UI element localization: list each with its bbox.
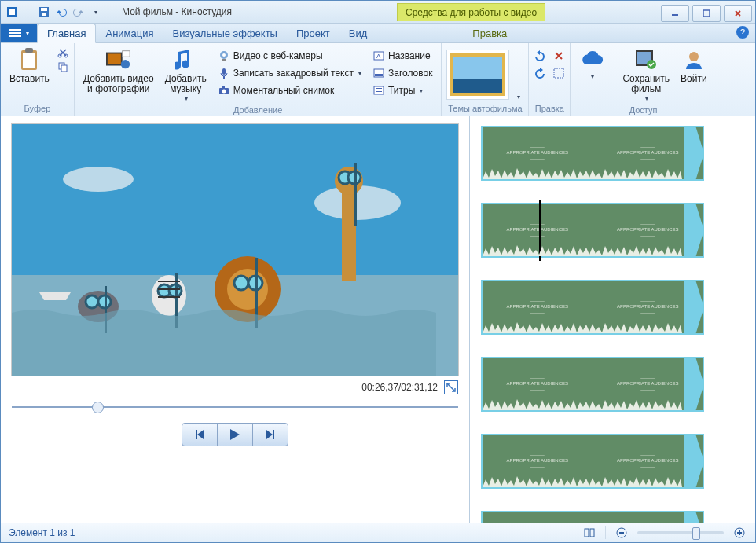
tab-view[interactable]: Вид <box>339 24 377 42</box>
play-button[interactable] <box>217 423 253 446</box>
svg-rect-3 <box>41 8 47 11</box>
clip-thumbnail[interactable]: ———APPROPRIATE AUDIENCES——— ———APPROPRIA… <box>481 280 704 335</box>
close-button[interactable] <box>724 5 752 22</box>
onedrive-button[interactable]: ▾ <box>575 45 608 83</box>
clip-overlay-text: ———APPROPRIATE AUDIENCES——— <box>506 222 568 239</box>
svg-rect-32 <box>375 74 383 76</box>
zoom-in-button[interactable] <box>732 525 747 541</box>
record-narration-button[interactable]: Записать закадровый текст ▾ <box>214 65 365 81</box>
select-all-icon[interactable] <box>552 67 565 79</box>
undo-icon[interactable] <box>55 6 68 18</box>
save-movie-button[interactable]: Сохранить фильм ▾ <box>618 45 673 105</box>
contextual-tab-header: Средства для работы с видео <box>397 3 545 21</box>
svg-point-61 <box>86 295 98 308</box>
qat-customize-icon[interactable]: ▾ <box>90 6 102 18</box>
snapshot-button[interactable]: Моментальный снимок <box>214 83 365 98</box>
tab-visual-effects[interactable]: Визуальные эффекты <box>163 24 287 42</box>
caption-icon <box>372 67 385 79</box>
gallery-expand-icon[interactable]: ▾ <box>514 90 523 104</box>
save-icon[interactable] <box>38 6 50 18</box>
add-video-photos-label: Добавить видео и фотографии <box>83 74 154 94</box>
playback-controls <box>182 423 288 446</box>
help-icon[interactable]: ? <box>736 26 749 39</box>
window-title: Мой фильм - Киностудия <box>117 6 232 17</box>
rotate-left-icon[interactable] <box>534 50 546 62</box>
quick-access-toolbar: ▾ <box>1 5 107 19</box>
theme-gallery[interactable] <box>446 50 509 100</box>
caption-button[interactable]: Заголовок <box>369 65 436 81</box>
chevron-down-icon: ▾ <box>645 96 648 103</box>
caption-label: Заголовок <box>388 68 432 79</box>
delete-icon[interactable] <box>552 50 565 62</box>
svg-rect-5 <box>672 14 678 16</box>
signin-button[interactable]: Войти <box>677 45 711 86</box>
next-frame-button[interactable] <box>252 423 288 446</box>
zoom-slider[interactable] <box>637 531 724 534</box>
fullscreen-button[interactable] <box>444 380 458 394</box>
file-menu-button[interactable]: ▾ <box>1 24 37 42</box>
group-edit: Правка <box>529 43 571 116</box>
webcam-icon <box>218 50 230 62</box>
user-icon <box>681 47 706 72</box>
clip-thumbnail[interactable]: ———APPROPRIATE AUDIENCES——— ———APPROPRIA… <box>481 357 704 412</box>
seek-bar[interactable] <box>12 399 458 415</box>
save-movie-label: Сохранить фильм <box>622 74 670 94</box>
paste-button[interactable]: Вставить <box>6 45 53 86</box>
group-label-clipboard: Буфер <box>6 104 69 116</box>
audio-waveform <box>483 244 682 256</box>
add-video-photos-button[interactable]: Добавить видео и фотографии <box>79 45 158 97</box>
camera-icon <box>218 84 230 97</box>
minimize-button[interactable] <box>661 5 689 22</box>
redo-icon[interactable] <box>72 6 85 18</box>
zoom-out-button[interactable] <box>614 525 629 541</box>
clip-overlay-text: ———APPROPRIATE AUDIENCES——— <box>506 145 568 162</box>
preview-pane: 00:26,37/02:31,12 <box>1 116 469 523</box>
group-clipboard: Вставить Буфер <box>1 43 75 116</box>
group-label-edit: Правка <box>534 104 565 116</box>
zoom-slider-thumb[interactable] <box>692 527 700 540</box>
narration-label: Записать закадровый текст <box>233 68 354 79</box>
tab-home[interactable]: Главная <box>37 24 96 43</box>
tab-project[interactable]: Проект <box>287 24 339 42</box>
svg-text:A: A <box>376 53 381 60</box>
rotate-right-icon[interactable] <box>534 67 546 79</box>
preview-monitor <box>12 124 458 376</box>
workspace: 00:26,37/02:31,12 ———APPROPRIATE AUDIENC… <box>1 116 755 523</box>
svg-rect-4 <box>42 13 46 16</box>
prev-frame-button[interactable] <box>182 423 218 446</box>
separator <box>112 5 112 19</box>
title-label: Название <box>388 50 431 61</box>
status-item-count: Элемент 1 из 1 <box>9 527 75 538</box>
add-music-button[interactable]: Добавить музыку ▾ <box>161 45 211 105</box>
clip-overlay-text: ———APPROPRIATE AUDIENCES——— <box>617 453 679 470</box>
group-share: ▾ Сохранить фильм ▾ Войти Доступ <box>571 43 715 116</box>
group-automovie-themes: ▾ Темы автофильма <box>442 43 529 116</box>
svg-rect-1 <box>9 9 15 15</box>
webcam-video-button[interactable]: Видео с веб-камеры <box>214 48 365 64</box>
storyboard-pane[interactable]: ———APPROPRIATE AUDIENCES——— ———APPROPRIA… <box>469 116 755 523</box>
maximize-button[interactable] <box>692 5 721 22</box>
chevron-down-icon: ▾ <box>420 87 423 94</box>
seek-thumb[interactable] <box>92 402 104 413</box>
clip-thumbnail[interactable]: ———APPROPRIATE AUDIENCES——— ———APPROPRIA… <box>481 434 704 489</box>
title-button[interactable]: A Название <box>369 48 436 64</box>
svg-point-52 <box>227 269 268 310</box>
clip-thumbnail[interactable] <box>481 511 704 523</box>
window-controls <box>661 2 755 22</box>
svg-rect-11 <box>23 53 35 68</box>
svg-rect-20 <box>122 51 129 57</box>
tab-edit[interactable]: Правка <box>463 24 516 42</box>
credits-button[interactable]: Титры ▾ <box>369 83 436 98</box>
clip-thumbnail[interactable]: ———APPROPRIATE AUDIENCES——— ———APPROPRIA… <box>481 203 704 258</box>
chevron-down-icon: ▾ <box>358 70 361 77</box>
svg-rect-12 <box>25 48 33 53</box>
copy-icon[interactable] <box>57 61 69 73</box>
title-icon: A <box>372 50 385 62</box>
svg-rect-67 <box>619 532 624 534</box>
view-mode-button[interactable] <box>582 525 597 541</box>
chevron-down-icon: ▾ <box>185 96 188 103</box>
tab-animation[interactable]: Анимация <box>96 24 163 42</box>
svg-rect-64 <box>585 529 589 537</box>
cut-icon[interactable] <box>57 46 69 59</box>
clip-thumbnail[interactable]: ———APPROPRIATE AUDIENCES——— ———APPROPRIA… <box>481 126 704 181</box>
